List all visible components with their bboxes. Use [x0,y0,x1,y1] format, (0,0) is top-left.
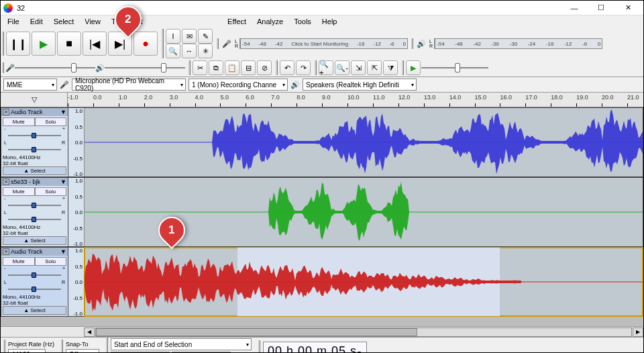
paste-button[interactable]: 📋 [225,60,239,75]
pan-slider[interactable] [3,217,66,222]
project-rate-combo[interactable]: 44100 [8,349,46,354]
track-close-button[interactable]: × [3,248,9,255]
play-button[interactable]: ▶ [32,32,56,56]
fit-selection-button[interactable]: ⇲ [351,60,366,75]
project-rate-label: Project Rate (Hz) [8,341,54,348]
scroll-left-button[interactable]: ◀ [84,327,95,337]
zoom-toggle-button[interactable]: ⧩ [383,60,398,75]
track-menu-dropdown-icon[interactable]: ▼ [60,248,66,255]
draw-tool[interactable]: ✎ [198,29,213,44]
menu-tools[interactable]: Tools [288,16,317,27]
playback-meter[interactable]: -54 -48 -42 -36 -30 -24 -18 -12 -6 0 [435,38,602,49]
audio-host-combo[interactable]: MME [3,79,57,91]
recording-volume-slider[interactable] [15,62,95,73]
gain-slider[interactable] [3,133,66,138]
menu-analyze[interactable]: Analyze [252,16,288,27]
recording-device-combo[interactable]: Microphone (HD Pro Webcam C920) [72,79,186,91]
undo-toolbar: ↶ ↷ [276,60,313,75]
menu-view[interactable]: View [79,16,106,27]
meter-tick: -18 [546,41,554,47]
playback-speed-slider[interactable] [421,62,488,73]
trim-button[interactable]: ⊟ [241,60,256,75]
zoom-in-button[interactable]: 🔍+ [319,60,333,75]
playback-volume-slider[interactable] [105,62,185,73]
track-select-button[interactable]: ▲ Select [3,166,66,175]
menu-effect[interactable]: Effect [222,16,252,27]
project-rate-group: Project Rate (Hz) 44100 [3,340,57,354]
track-menu-dropdown-icon[interactable]: ▼ [60,109,66,115]
selection-tool[interactable]: I [166,29,180,44]
horizontal-scrollbar[interactable]: ◀ ▶ [1,326,643,337]
playback-device-combo[interactable]: Speakers (Realtek High Definiti [303,79,417,91]
track-info: Mono, 44100Hz 32-bit float [3,154,66,166]
envelope-tool[interactable]: ✉ [182,29,197,44]
redo-button[interactable]: ↷ [296,60,311,75]
mute-button[interactable]: Mute [3,187,35,196]
vertical-scale[interactable]: 1.00.50.0-0.5-1.0 [68,248,85,316]
fit-project-button[interactable]: ⇱ [367,60,382,75]
close-button[interactable]: ✕ [615,1,641,15]
waveform[interactable] [85,108,643,176]
audio-position-time[interactable]: 00 h 00 m 05 s▾ [263,342,367,354]
zoom-out-button[interactable]: 🔍- [335,60,350,75]
rec-meter-toolbar: 🎤 LR -54 -48 -42 Click to Start Monitori… [217,38,409,49]
timeline-pin[interactable]: ▽ [1,93,68,107]
pause-button[interactable]: ❙❙ [6,32,30,56]
menu-file[interactable]: File [2,16,25,27]
timeline-tick: 11.0 [373,94,385,101]
track-close-button[interactable]: × [3,179,9,185]
skip-start-button[interactable]: |◀ [83,32,107,56]
gain-slider[interactable] [3,203,66,208]
vertical-scale[interactable]: 1.00.50.0-0.5-1.0 [68,178,85,246]
recording-channels-combo[interactable]: 1 (Mono) Recording Channe [189,79,288,91]
track-select-button[interactable]: ▲ Select [3,236,66,245]
scroll-thumb[interactable] [96,328,417,336]
menu-edit[interactable]: Edit [25,16,48,27]
mute-button[interactable]: Mute [3,117,35,126]
solo-button[interactable]: Solo [35,117,67,126]
record-button[interactable]: ● [133,32,158,56]
track-close-button[interactable]: × [3,109,9,115]
cut-button[interactable]: ✂ [193,60,207,75]
snap-to-combo[interactable]: Off [66,349,99,354]
zoom-tool[interactable]: 🔍 [166,44,180,58]
solo-button[interactable]: Solo [35,257,67,266]
meter-tick: -24 [528,41,536,47]
menu-select[interactable]: Select [48,16,80,27]
vertical-scale[interactable]: 1.00.50.0-0.5-1.0 [68,108,85,176]
selection-mode-combo[interactable]: Start and End of Selection [111,338,252,350]
silence-button[interactable]: ⊘ [257,60,272,75]
gain-slider[interactable] [3,272,66,278]
track-control-panel[interactable]: ×s5e33 - bjk▼MuteSolo-+LRMono, 44100Hz 3… [1,178,68,246]
multi-tool[interactable]: ✳ [198,44,213,58]
mute-button[interactable]: Mute [3,257,35,266]
track-select-button[interactable]: ▲ Select [3,306,66,315]
minimize-button[interactable]: — [561,1,587,15]
waveform[interactable] [85,248,643,316]
menu-help[interactable]: Help [317,16,343,27]
pan-slider[interactable] [3,287,66,292]
play-at-speed-button[interactable]: ▶ [406,60,421,75]
scroll-track[interactable] [95,327,632,337]
mic-icon: 🎤 [5,64,15,72]
track-control-panel[interactable]: ×Audio Track▼MuteSolo-+LRMono, 44100Hz 3… [1,248,68,316]
timeline-tick: 4.0 [195,94,204,101]
timeline-ruler[interactable]: -1.00.01.02.03.04.05.06.07.08.09.010.011… [68,93,643,107]
timeline-tick: 20.0 [602,94,614,101]
timeshift-tool[interactable]: ↔ [182,44,197,58]
speaker-icon: 🔊 [415,40,428,48]
pan-slider[interactable] [3,147,66,152]
solo-button[interactable]: Solo [35,187,67,196]
recording-meter[interactable]: -54 -48 -42 Click to Start Monitoring -1… [240,38,408,49]
track-menu-dropdown-icon[interactable]: ▼ [60,179,66,185]
track-control-panel[interactable]: ×Audio Track▼MuteSolo-+LRMono, 44100Hz 3… [1,108,68,176]
speaker-icon: 🔊 [290,81,300,89]
scroll-right-button[interactable]: ▶ [633,327,643,337]
meter-tick: -6 [390,41,394,47]
undo-button[interactable]: ↶ [280,60,294,75]
maximize-button[interactable]: ☐ [588,1,614,15]
meter-tick: -30 [510,41,518,47]
copy-button[interactable]: ⧉ [209,60,223,75]
stop-button[interactable]: ■ [57,32,81,56]
timeline[interactable]: ▽ -1.00.01.02.03.04.05.06.07.08.09.010.0… [1,93,643,107]
